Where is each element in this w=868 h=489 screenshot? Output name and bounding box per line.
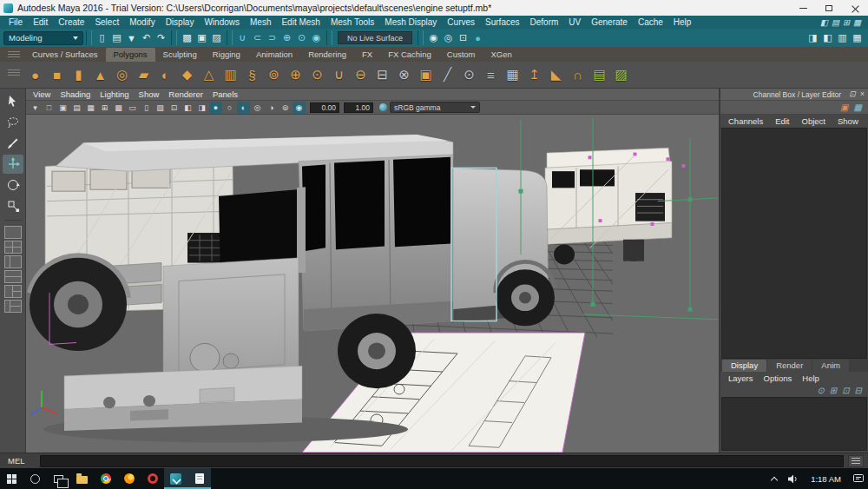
save-scene-icon[interactable]: ▼	[124, 30, 139, 45]
shelf-tab[interactable]: Rendering	[300, 48, 354, 62]
minimize-button[interactable]	[790, 0, 816, 16]
layout-persp-outliner[interactable]	[4, 255, 22, 268]
gate-mask-icon[interactable]: ▧	[154, 102, 167, 114]
maya-taskbar-button[interactable]	[164, 468, 187, 489]
make-live-icon[interactable]: ⊙	[294, 30, 309, 45]
extract-icon[interactable]: ⊟	[372, 63, 393, 86]
grid-icon[interactable]: ▩	[112, 102, 125, 114]
status-divider[interactable]	[86, 30, 92, 45]
menu-item[interactable]: Select	[89, 17, 124, 27]
lock-camera-icon[interactable]: □	[43, 102, 56, 114]
2d-pan-zoom-icon[interactable]: ⊞	[98, 102, 111, 114]
maximize-button[interactable]	[816, 0, 842, 16]
menu-item[interactable]: Modify	[124, 17, 160, 27]
status-divider[interactable]	[171, 30, 177, 45]
snap-to-point-icon[interactable]: ⊃	[265, 30, 279, 45]
menu-item[interactable]: Deform	[525, 17, 564, 27]
menu-item[interactable]: File	[3, 17, 28, 27]
task-view-button[interactable]	[47, 468, 70, 489]
layer-editor-menu[interactable]: Help	[802, 373, 819, 383]
shelf-tab[interactable]: Sculpting	[155, 48, 205, 62]
poly-cube-icon[interactable]: ■	[46, 63, 68, 86]
select-hierarchy-icon[interactable]: ▩	[180, 30, 194, 45]
toggle-modeling-toolkit-icon[interactable]: ▦	[850, 30, 865, 45]
channel-box-menu[interactable]: Object	[802, 116, 825, 126]
ui-elements-icon[interactable]: ⊞	[843, 18, 850, 27]
separate-icon[interactable]: ⊖	[350, 63, 372, 86]
layout-four-view[interactable]	[4, 241, 22, 254]
chrome-button[interactable]	[94, 468, 117, 489]
command-line-language-label[interactable]: MEL	[0, 456, 40, 466]
layer-editor-menu[interactable]: Layers	[728, 373, 753, 383]
toggle-attribute-editor-icon[interactable]: ◨	[806, 30, 820, 45]
poly-torus-icon[interactable]: ◎	[111, 63, 133, 86]
poly-helix-icon[interactable]: §	[241, 63, 263, 86]
shadows-icon[interactable]: ◑	[265, 102, 278, 114]
panel-menu[interactable]: Shading	[60, 89, 90, 99]
channel-box-menu[interactable]: Show	[838, 116, 858, 126]
panel-layout-icon[interactable]: ▤	[832, 18, 839, 27]
close-icon[interactable]: ×	[860, 90, 865, 98]
paint-selection-tool-button[interactable]	[3, 134, 23, 153]
snap-to-projected-center-icon[interactable]: ⊕	[279, 30, 294, 45]
layer-editor-tab[interactable]: Render	[767, 360, 812, 372]
poly-cylinder-icon[interactable]: ▮	[68, 63, 89, 86]
extrude-icon[interactable]: ↥	[523, 63, 545, 86]
channel-box-menu[interactable]: Edit	[775, 116, 789, 126]
layer-editor-menu[interactable]: Options	[764, 373, 792, 383]
menu-item[interactable]: Edit Mesh	[276, 17, 325, 27]
script-editor-button[interactable]	[848, 455, 864, 467]
poly-plane-icon[interactable]: ▰	[133, 63, 155, 86]
menu-item[interactable]: Mesh Display	[379, 17, 442, 27]
connect-icon[interactable]: ≡	[480, 63, 502, 86]
menu-item[interactable]: Edit	[28, 17, 53, 27]
shelf-tab[interactable]: Rigging	[205, 48, 248, 62]
film-gate-icon[interactable]: ▭	[126, 102, 139, 114]
layer-editor-tab[interactable]: Display	[722, 360, 766, 372]
quad-draw-icon[interactable]: ▦	[502, 63, 523, 86]
shelf-tab[interactable]: Animation	[248, 48, 300, 62]
open-scene-icon[interactable]: ▤	[109, 30, 124, 45]
toggle-channel-box-icon[interactable]: ▥	[835, 30, 850, 45]
status-divider[interactable]	[227, 30, 233, 45]
render-view-icon[interactable]: ●	[470, 30, 485, 45]
shading-smooth-icon[interactable]: ●	[209, 102, 222, 114]
channel-box-menu[interactable]: Channels	[728, 116, 763, 126]
undo-icon[interactable]: ↶	[139, 30, 154, 45]
combine-icon[interactable]: ∪	[328, 63, 350, 86]
poly-pyramid-icon[interactable]: △	[198, 63, 220, 86]
menu-item[interactable]: Mesh Tools	[326, 17, 379, 27]
menu-item[interactable]: UV	[563, 17, 586, 27]
render-settings-icon[interactable]: ⊡	[456, 30, 470, 45]
exposure-icon[interactable]: ◉	[293, 102, 306, 114]
poly-sphere-icon[interactable]: ●	[24, 63, 46, 86]
redo-icon[interactable]: ↷	[154, 30, 168, 45]
menu-item[interactable]: Surfaces	[480, 17, 524, 27]
poly-disc-icon[interactable]: ◐	[155, 63, 176, 86]
command-line-input[interactable]	[40, 455, 844, 467]
snap-to-view-plane-icon[interactable]: ◉	[309, 30, 324, 45]
panel-menu[interactable]: Show	[139, 89, 160, 99]
volume-button[interactable]	[784, 468, 803, 489]
menu-item[interactable]: Cache	[633, 17, 668, 27]
start-button[interactable]	[0, 468, 23, 489]
colorspace-dropdown[interactable]: sRGB gamma	[390, 102, 480, 113]
sculpt-objects-icon[interactable]: ▤	[589, 63, 610, 86]
status-divider[interactable]	[418, 30, 424, 45]
camera-attributes-icon[interactable]: ▣	[56, 102, 69, 114]
shelf-tab[interactable]: FX Caching	[380, 48, 439, 62]
ipr-render-icon[interactable]: ◎	[441, 30, 456, 45]
scale-tool-button[interactable]	[3, 196, 23, 215]
poly-cone-icon[interactable]: ▲	[89, 63, 111, 86]
viewport-canvas[interactable]	[26, 115, 719, 453]
bridge-icon[interactable]: ∩	[567, 63, 589, 86]
menu-item[interactable]: Create	[53, 17, 89, 27]
hotbox-controls-icon[interactable]: ▦	[853, 18, 861, 27]
safe-title-icon[interactable]: ◨	[195, 102, 208, 114]
workspace-toggle-icon[interactable]: ◧	[820, 18, 828, 27]
delete-layer-icon[interactable]: ⊟	[855, 387, 862, 395]
panel-menu[interactable]: Lighting	[100, 89, 128, 99]
channel-layers-icon[interactable]: ▦	[854, 103, 862, 112]
poly-pipe-icon[interactable]: ▥	[220, 63, 241, 86]
lighting-icon[interactable]: ◎	[251, 102, 264, 114]
